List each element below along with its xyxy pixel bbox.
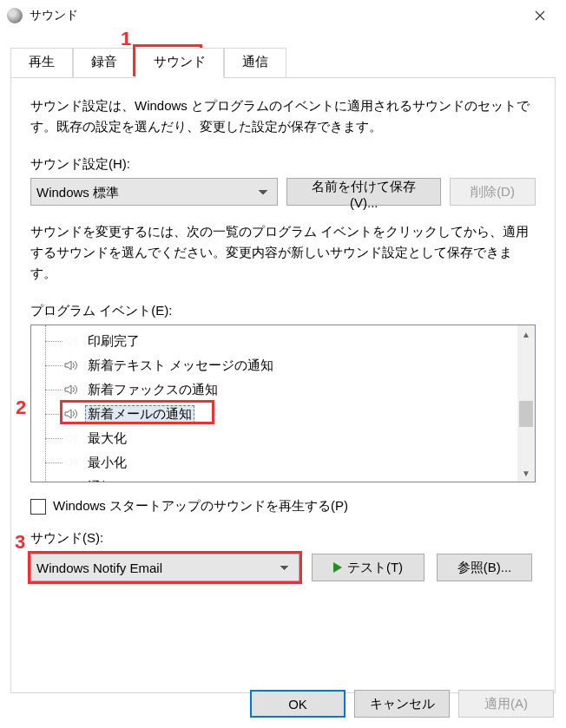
startup-sound-row[interactable]: Windows スタートアップのサウンドを再生する(P) bbox=[30, 498, 536, 515]
scroll-thumb[interactable] bbox=[519, 401, 533, 427]
browse-button[interactable]: 参照(B)... bbox=[437, 554, 532, 581]
events-listbox[interactable]: 印刷完了新着テキスト メッセージの通知新着ファックスの通知新着メールの通知最大化… bbox=[30, 325, 536, 482]
test-button[interactable]: テスト(T) bbox=[312, 554, 424, 581]
event-item-label: 印刷完了 bbox=[85, 333, 142, 350]
tab-strip: 再生 録音 サウンド 通信 1 bbox=[10, 47, 566, 77]
speaker-icon bbox=[64, 359, 80, 371]
cancel-button[interactable]: キャンセル bbox=[354, 690, 450, 718]
test-button-label: テスト(T) bbox=[347, 560, 403, 574]
tab-panel-sounds: サウンド設定は、Windows とプログラムのイベントに適用されるサウンドのセッ… bbox=[10, 77, 556, 693]
tab-playback[interactable]: 再生 bbox=[10, 48, 73, 78]
speaker-icon bbox=[64, 408, 80, 420]
startup-sound-checkbox[interactable] bbox=[30, 499, 46, 515]
speaker-icon bbox=[64, 456, 80, 469]
window-title: サウンド bbox=[30, 8, 521, 23]
ok-button[interactable]: OK bbox=[250, 690, 346, 718]
annotation-3: 3 bbox=[15, 531, 25, 554]
event-item[interactable]: 通知 bbox=[31, 475, 517, 482]
event-item[interactable]: 新着ファックスの通知 bbox=[31, 377, 517, 402]
speaker-icon bbox=[64, 335, 80, 347]
tab-sounds[interactable]: サウンド bbox=[135, 48, 224, 78]
save-as-button[interactable]: 名前を付けて保存(V)... bbox=[286, 178, 441, 206]
event-item[interactable]: 印刷完了 bbox=[31, 329, 517, 353]
event-item-label: 最大化 bbox=[85, 430, 129, 447]
sound-select[interactable]: Windows Notify Email bbox=[30, 554, 299, 581]
events-label: プログラム イベント(E): bbox=[30, 303, 536, 319]
event-item[interactable]: 新着テキスト メッセージの通知 bbox=[31, 353, 517, 377]
scheme-select[interactable]: Windows 標準 bbox=[30, 178, 278, 206]
tab-communications[interactable]: 通信 bbox=[224, 48, 286, 78]
titlebar: サウンド bbox=[0, 0, 566, 31]
speaker-icon bbox=[64, 384, 80, 396]
delete-button[interactable]: 削除(D) bbox=[450, 178, 536, 206]
annotation-2: 2 bbox=[16, 397, 26, 419]
scrollbar[interactable]: ▲ ▼ bbox=[517, 325, 535, 482]
events-description: サウンドを変更するには、次の一覧のプログラム イベントをクリックしてから、適用す… bbox=[30, 221, 536, 284]
event-item-label: 新着テキスト メッセージの通知 bbox=[85, 357, 276, 374]
close-button[interactable] bbox=[521, 3, 559, 29]
scroll-down-icon[interactable]: ▼ bbox=[517, 464, 535, 482]
event-item[interactable]: 最大化 bbox=[31, 426, 517, 450]
event-item-label: 通知 bbox=[85, 479, 116, 482]
sound-app-icon bbox=[7, 8, 23, 23]
startup-sound-label: Windows スタートアップのサウンドを再生する(P) bbox=[53, 498, 348, 515]
sound-label: サウンド(S): bbox=[30, 530, 536, 547]
event-item[interactable]: 新着メールの通知 bbox=[31, 402, 517, 426]
scheme-description: サウンド設定は、Windows とプログラムのイベントに適用されるサウンドのセッ… bbox=[30, 95, 536, 137]
dialog-footer: OK キャンセル 適用(A) bbox=[250, 690, 554, 718]
speaker-icon bbox=[64, 432, 80, 444]
play-icon bbox=[333, 562, 342, 573]
scheme-label: サウンド設定(H): bbox=[30, 156, 536, 173]
event-item-label: 新着メールの通知 bbox=[85, 405, 194, 423]
speaker-icon bbox=[64, 481, 80, 482]
event-item-label: 最小化 bbox=[85, 455, 129, 471]
event-item-label: 新着ファックスの通知 bbox=[85, 382, 220, 398]
apply-button[interactable]: 適用(A) bbox=[458, 690, 554, 718]
event-item[interactable]: 最小化 bbox=[31, 450, 517, 475]
tab-recording[interactable]: 録音 bbox=[73, 48, 135, 78]
scroll-up-icon[interactable]: ▲ bbox=[517, 325, 535, 343]
